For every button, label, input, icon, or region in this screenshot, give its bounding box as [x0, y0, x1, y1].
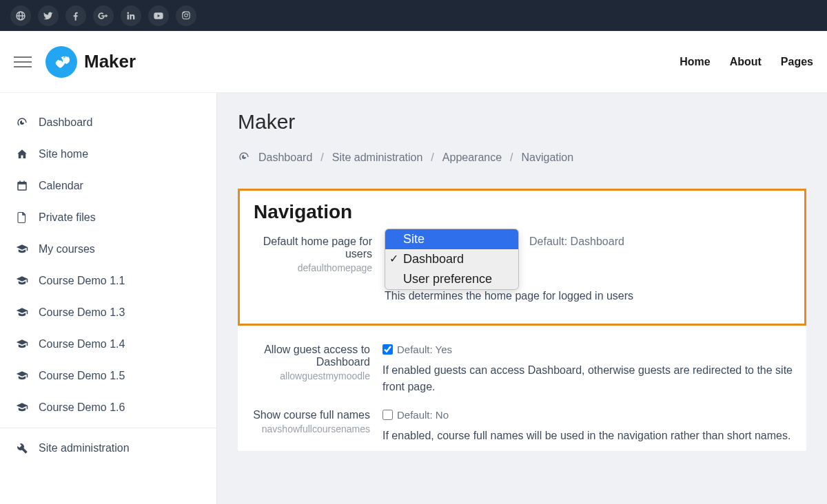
breadcrumb: Dashboard / Site administration / Appear…: [238, 151, 806, 165]
settings-card: Navigation Default home page for users d…: [238, 189, 806, 451]
page-title: Maker: [238, 110, 806, 134]
graduation-icon: [15, 275, 29, 287]
sidebar-item-label: Site home: [39, 148, 88, 160]
sidebar-item-label: Site administration: [39, 442, 130, 454]
breadcrumb-navigation[interactable]: Navigation: [522, 151, 574, 164]
setting-label: Show course full names: [252, 409, 370, 421]
top-social-bar: [0, 0, 827, 31]
sidebar-item-dashboard[interactable]: Dashboard: [0, 107, 216, 138]
calendar-icon: [15, 180, 29, 192]
setting-default-text: Default: Dashboard: [529, 235, 624, 247]
sidebar-item-course[interactable]: Course Demo 1.4: [0, 328, 216, 360]
globe-icon[interactable]: [10, 6, 31, 26]
section-title: Navigation: [254, 201, 790, 223]
linkedin-icon[interactable]: [121, 6, 141, 26]
sidebar-item-mycourses[interactable]: My courses: [0, 233, 216, 265]
breadcrumb-appearance[interactable]: Appearance: [442, 151, 502, 164]
file-icon: [15, 211, 29, 224]
sidebar-item-calendar[interactable]: Calendar: [0, 170, 216, 202]
primary-nav: Home About Pages: [680, 56, 813, 68]
sidebar-item-label: Course Demo 1.4: [39, 338, 125, 350]
setting-key: allowguestmymoodle: [252, 370, 370, 381]
setting-default-text: Default: Yes: [397, 344, 452, 355]
facebook-icon[interactable]: [65, 6, 86, 26]
youtube-icon[interactable]: [148, 6, 169, 26]
hamburger-menu-button[interactable]: [14, 56, 32, 67]
graduation-icon: [15, 370, 29, 382]
sidebar-item-course[interactable]: Course Demo 1.6: [0, 392, 216, 423]
nav-about[interactable]: About: [730, 56, 762, 68]
sidebar-item-label: Course Demo 1.3: [39, 306, 125, 319]
sidebar-item-label: My courses: [39, 243, 95, 255]
sidebar-item-course[interactable]: Course Demo 1.3: [0, 297, 216, 328]
graduation-icon: [15, 401, 29, 414]
sidebar-nav: Dashboard Site home Calendar Private fil…: [0, 93, 217, 504]
sidebar-item-privatefiles[interactable]: Private files: [0, 202, 216, 233]
check-icon: ✓: [389, 252, 398, 265]
instagram-icon[interactable]: [176, 6, 196, 26]
logo-text: Maker: [84, 51, 136, 72]
setting-help-text: This determines the home page for logged…: [385, 288, 790, 304]
main-content: Maker Dashboard / Site administration / …: [217, 93, 827, 504]
sidebar-item-label: Private files: [39, 211, 96, 224]
dashboard-icon: [238, 151, 250, 165]
nav-pages[interactable]: Pages: [781, 56, 813, 68]
sidebar-divider: [0, 428, 216, 428]
breadcrumb-dashboard[interactable]: Dashboard: [258, 151, 312, 164]
setting-key: defaulthomepage: [254, 262, 372, 273]
sidebar-item-siteadmin[interactable]: Site administration: [0, 432, 216, 464]
fullnames-checkbox[interactable]: [382, 410, 393, 420]
setting-default-text: Default: No: [397, 409, 449, 421]
site-logo[interactable]: Maker: [45, 46, 136, 78]
setting-key: navshowfullcoursenames: [252, 423, 370, 434]
home-icon: [15, 148, 29, 160]
graduation-icon: [15, 306, 29, 319]
logo-icon: [45, 46, 77, 78]
sidebar-item-label: Course Demo 1.6: [39, 401, 125, 414]
setting-help-text: If enabled, course full names will be us…: [382, 428, 793, 444]
dropdown-option-userpref[interactable]: User preference: [385, 269, 518, 289]
setting-label: Allow guest access to Dashboard: [252, 344, 370, 368]
sidebar-item-sitehome[interactable]: Site home: [0, 138, 216, 170]
sidebar-item-label: Course Demo 1.5: [39, 370, 125, 382]
guest-access-checkbox[interactable]: [382, 344, 393, 355]
graduation-icon: [15, 338, 29, 350]
breadcrumb-siteadmin[interactable]: Site administration: [332, 151, 423, 164]
twitter-icon[interactable]: [38, 6, 59, 26]
sidebar-item-course[interactable]: Course Demo 1.5: [0, 360, 216, 392]
setting-help-text: If enabled guests can access Dashboard, …: [382, 362, 793, 395]
default-home-select-dropdown[interactable]: Site ✓Dashboard User preference: [385, 229, 519, 290]
dashboard-icon: [15, 116, 29, 129]
nav-home[interactable]: Home: [680, 56, 710, 68]
googleplus-icon[interactable]: [93, 6, 114, 26]
dropdown-option-dashboard[interactable]: ✓Dashboard: [385, 249, 518, 269]
sidebar-item-label: Dashboard: [39, 116, 92, 129]
sidebar-item-course[interactable]: Course Demo 1.1: [0, 265, 216, 297]
wrench-icon: [15, 442, 29, 454]
setting-label: Default home page for users: [254, 235, 372, 260]
highlighted-setting-box: Navigation Default home page for users d…: [238, 189, 806, 326]
site-header: Maker Home About Pages: [0, 31, 827, 93]
graduation-icon: [15, 243, 29, 255]
dropdown-option-site[interactable]: Site: [385, 229, 518, 249]
sidebar-item-label: Calendar: [39, 180, 83, 192]
sidebar-item-label: Course Demo 1.1: [39, 275, 125, 287]
